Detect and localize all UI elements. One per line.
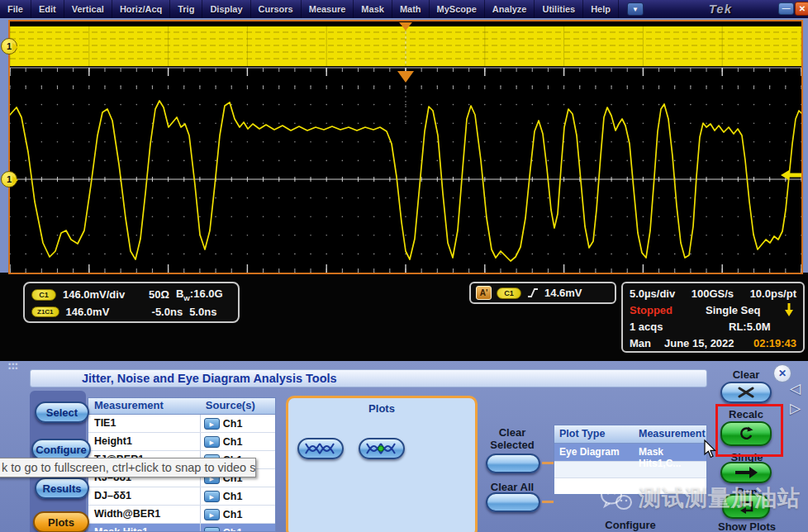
menu-display[interactable]: Display — [202, 0, 250, 18]
date-display: June 15, 2022 — [664, 337, 734, 349]
zoom-scale: 146.0mV — [66, 306, 145, 318]
timebase: 5.0µs/div — [630, 287, 692, 300]
eye-diagram-icon — [304, 441, 337, 456]
menu-measure[interactable]: Measure — [302, 0, 354, 18]
horizontal-readout-box: 5.0µs/div 100GS/s 10.0ps/pt Stopped Sing… — [621, 282, 805, 353]
menu-math[interactable]: Math — [392, 0, 430, 18]
acq-mode: Single Seq — [706, 304, 760, 316]
show-plots-label: Show Plots — [717, 520, 777, 532]
menu-edit[interactable]: Edit — [31, 0, 64, 18]
source-arrow-button[interactable]: ▶ — [204, 527, 220, 532]
nav-next-icon[interactable]: ▷ — [790, 400, 801, 417]
source-arrow-button[interactable]: ▶ — [204, 418, 220, 430]
menu-file[interactable]: File — [0, 0, 31, 18]
plot-table-empty-row — [554, 461, 706, 477]
waveform-display — [8, 20, 803, 274]
recalc-icon — [738, 425, 754, 442]
time-display: 02:19:43 — [753, 337, 796, 349]
tek-logo: Tek — [709, 2, 732, 16]
trigger-source-badge[interactable]: C1 — [497, 287, 521, 299]
resolution: 10.0ps/pt — [750, 287, 796, 300]
oscilloscope-app: { "menu": { "items": ["File","Edit","Ver… — [0, 0, 808, 532]
source-arrow-button[interactable]: ▶ — [204, 491, 220, 502]
clear-action-button[interactable] — [720, 382, 772, 403]
record-length: RL:5.0M — [729, 321, 771, 333]
plot-list-table: Plot Type Measurement Eye Diagram Mask H… — [554, 425, 707, 495]
sample-rate: 100GS/s — [692, 287, 750, 300]
zoom-window-start: -5.0ns — [152, 306, 183, 318]
menu-trig[interactable]: Trig — [170, 0, 202, 18]
run-button[interactable] — [722, 494, 770, 519]
menu-vertical[interactable]: Vertical — [64, 0, 112, 18]
acq-state: Stopped — [630, 304, 706, 316]
table-row[interactable]: Width@BER1 ▶Ch1 — [88, 506, 275, 524]
panel-grip[interactable]: •••••• — [8, 363, 18, 371]
channel1-badge[interactable]: C1 — [31, 289, 56, 301]
minimize-button[interactable]: — — [778, 2, 794, 15]
menu-cursors[interactable]: Cursors — [251, 0, 302, 18]
table-row[interactable]: TIE1 ▶Ch1 — [88, 415, 275, 433]
single-arrow-icon — [734, 467, 758, 478]
plots-button[interactable]: Plots — [33, 511, 89, 532]
clear-selected-label: Clear Selected — [484, 426, 540, 451]
source-arrow-button[interactable]: ▶ — [204, 436, 220, 448]
menu-bar: File Edit Vertical Horiz/Acq Trig Displa… — [0, 0, 808, 18]
clear-all-button[interactable] — [486, 492, 540, 512]
clear-selected-button[interactable] — [486, 454, 540, 473]
ch1-termination: 50Ω — [149, 288, 169, 301]
connector-line — [542, 501, 554, 503]
table-row[interactable]: Height1 ▶Ch1 — [88, 433, 275, 451]
menu-myscope[interactable]: MyScope — [430, 0, 485, 18]
waveform-plot-icon — [365, 441, 398, 456]
trigger-mode: Man — [630, 337, 664, 349]
clear-action-label: Clear — [720, 368, 772, 381]
zoom-window-end: 5.0ns — [189, 306, 216, 318]
ch1-bandwidth: BW:16.0G — [176, 287, 223, 302]
menu-mask[interactable]: Mask — [354, 0, 392, 18]
scope-canvas — [10, 21, 801, 273]
channel1-overview-marker[interactable]: 1 — [1, 38, 17, 55]
menu-dropdown-button[interactable]: ▼ — [627, 2, 644, 16]
table-row[interactable]: DJ–δδ1 ▶Ch1 — [88, 487, 275, 506]
plot-table-empty-row — [554, 477, 706, 494]
recalc-label: Recalc — [720, 408, 772, 420]
nav-prev-icon[interactable]: ◁ — [790, 380, 801, 397]
rising-edge-icon — [526, 287, 539, 299]
eye-diagram-plot-button[interactable] — [297, 438, 344, 459]
recalc-button[interactable] — [720, 421, 772, 446]
acq-count: 1 acqs — [630, 321, 729, 333]
measurement-table-header: Measurement Source(s) — [88, 398, 275, 415]
close-button[interactable]: ✕ — [795, 2, 808, 16]
single-button[interactable] — [720, 462, 772, 483]
channel1-reference-marker[interactable]: 1 — [1, 171, 17, 188]
menu-help[interactable]: Help — [583, 0, 619, 18]
jitter-analysis-panel: •••••• Jitter, Noise and Eye Diagram Ana… — [0, 361, 808, 532]
trigger-level: 14.6mV — [544, 287, 582, 299]
temperature-icon — [785, 302, 793, 317]
plots-group-box: Plots — [286, 396, 478, 532]
source-arrow-button[interactable]: ▶ — [204, 509, 220, 520]
trigger-readout-box: A' C1 14.6mV — [469, 282, 616, 304]
menu-horiz-acq[interactable]: Horiz/Acq — [112, 0, 170, 18]
clear-all-label: Clear All — [484, 481, 540, 493]
panel-close-button[interactable]: ✕ — [773, 364, 791, 382]
menu-analyze[interactable]: Analyze — [485, 0, 535, 18]
vertical-readout-box: C1 146.0mV/div 50Ω BW:16.0G Z1C1 146.0mV… — [23, 282, 240, 323]
plot-table-header: Plot Type Measurement — [554, 425, 706, 444]
run-loop-icon — [738, 499, 754, 514]
ch1-scale: 146.0mV/div — [63, 288, 142, 301]
panel-title: Jitter, Noise and Eye Diagram Analysis T… — [30, 369, 707, 387]
results-button[interactable]: Results — [35, 477, 89, 499]
trigger-a-badge[interactable]: A' — [476, 286, 492, 300]
plot-table-row-selected[interactable]: Eye Diagram Mask Hits1,C... — [554, 444, 706, 461]
configure-plot-label: Configure — [554, 519, 707, 531]
select-button[interactable]: Select — [35, 401, 89, 423]
waveform-plot-button[interactable] — [359, 438, 405, 459]
fullscreen-tooltip: k to go to fullscreen, ctrl+click to sna… — [0, 458, 256, 477]
plots-group-title: Plots — [288, 402, 475, 415]
chevron-down-icon: ▼ — [632, 6, 639, 13]
table-row-selected[interactable]: Mask Hits1 ▶Ch1 — [88, 524, 275, 532]
zoom1-badge[interactable]: Z1C1 — [31, 306, 59, 317]
menu-utilities[interactable]: Utilities — [535, 0, 583, 18]
connector-line — [542, 462, 554, 464]
